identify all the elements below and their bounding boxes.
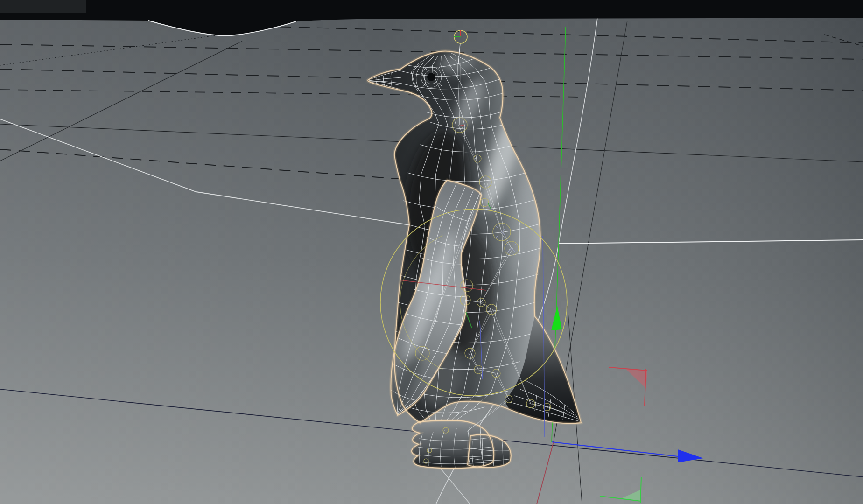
viewport-3d[interactable] bbox=[0, 0, 863, 504]
penguin-eye bbox=[427, 73, 435, 81]
scene-canvas bbox=[0, 0, 863, 504]
